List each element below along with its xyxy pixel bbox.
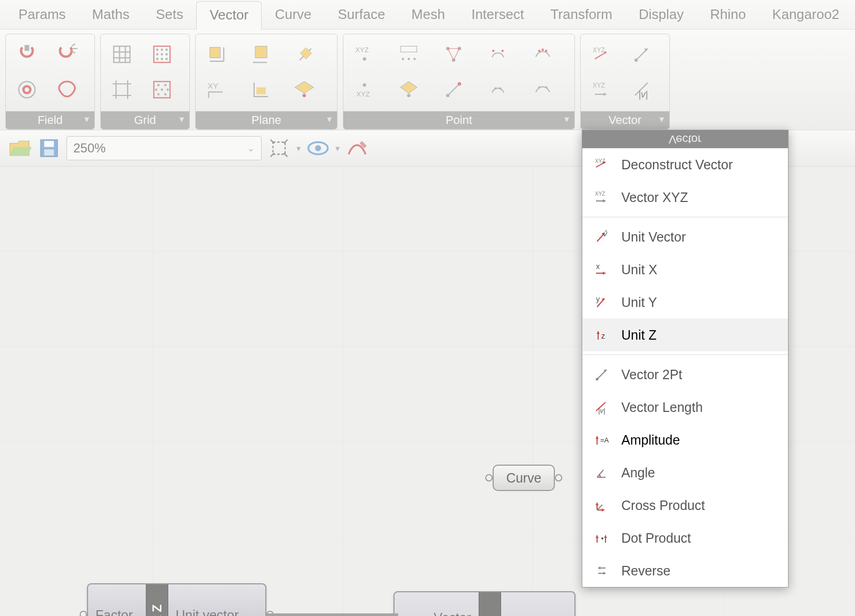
point-tool-7[interactable] bbox=[483, 40, 513, 69]
svg-point-16 bbox=[155, 89, 157, 91]
unitz-input-factor[interactable]: Factor bbox=[88, 584, 146, 616]
group-vector-label[interactable]: Vector bbox=[581, 111, 669, 129]
tab-sets[interactable]: Sets bbox=[142, 1, 196, 29]
tab-params[interactable]: Params bbox=[5, 1, 79, 29]
plane-tool-3[interactable] bbox=[246, 40, 276, 69]
save-file-icon[interactable] bbox=[37, 136, 61, 160]
dropdown-item-unit-z[interactable]: zUnit Z bbox=[582, 319, 788, 351]
svg-text:z: z bbox=[601, 332, 605, 340]
svg-rect-21 bbox=[210, 47, 220, 58]
dropdown-item-angle[interactable]: Angle bbox=[582, 456, 788, 489]
unitz-node[interactable]: Factor Unit Z Unit vector bbox=[87, 583, 266, 616]
dropdown-item-vector-2pt[interactable]: Vector 2Pt bbox=[582, 358, 788, 391]
field-tool-2[interactable] bbox=[12, 75, 42, 104]
dropdown-item-unit-x[interactable]: xUnit X bbox=[582, 253, 788, 286]
grid-tool-3[interactable] bbox=[147, 40, 177, 69]
svg-point-44 bbox=[538, 50, 540, 52]
point-tool-8[interactable] bbox=[483, 75, 513, 104]
node-grip[interactable] bbox=[80, 611, 87, 616]
tab-kangaroo2[interactable]: Kangaroo2 bbox=[759, 1, 852, 29]
vector-tool-3[interactable] bbox=[627, 40, 657, 69]
point-tool-1[interactable]: XYZ bbox=[350, 40, 379, 69]
group-plane-label[interactable]: Plane bbox=[196, 111, 337, 129]
dropdown-item-deconstruct-vector[interactable]: XYZDeconstruct Vector bbox=[582, 148, 788, 181]
preview-eye-icon[interactable] bbox=[306, 136, 330, 160]
point-tool-9[interactable] bbox=[528, 40, 558, 69]
node-grip[interactable] bbox=[555, 474, 562, 482]
svg-text:|v|: |v| bbox=[638, 89, 648, 100]
open-file-icon[interactable] bbox=[7, 136, 32, 160]
amplitude-output[interactable]: Vector bbox=[501, 592, 574, 616]
svg-text:XYZ: XYZ bbox=[357, 90, 370, 98]
point-tool-3[interactable] bbox=[394, 40, 424, 69]
group-field: Field bbox=[5, 34, 95, 130]
amplitude-node[interactable]: Vector Amplitude Amplitude Vector bbox=[393, 591, 575, 616]
field-tool-3[interactable] bbox=[52, 40, 82, 69]
svg-text:XYZ: XYZ bbox=[355, 46, 369, 54]
grid-tool-4[interactable] bbox=[147, 75, 177, 104]
dropdown-item-label: Unit Z bbox=[621, 328, 657, 343]
dropdown-item-unit-y[interactable]: yUnit Y bbox=[582, 286, 788, 319]
point-tool-5[interactable] bbox=[439, 40, 468, 69]
group-point-label[interactable]: Point bbox=[343, 111, 574, 129]
group-grid-label[interactable]: Grid bbox=[101, 111, 189, 129]
dropdown-item-dot-product[interactable]: Dot Product bbox=[582, 522, 788, 554]
grid-tool-2[interactable] bbox=[107, 75, 137, 104]
tab-maths[interactable]: Maths bbox=[79, 1, 143, 29]
tab-transform[interactable]: Transform bbox=[537, 1, 626, 29]
zoom-combo[interactable]: 250%⌄ bbox=[66, 136, 262, 160]
tab-rhino[interactable]: Rhino bbox=[697, 1, 759, 29]
tab-mesh[interactable]: Mesh bbox=[398, 1, 458, 29]
point-tool-10[interactable] bbox=[528, 75, 558, 104]
tab-display[interactable]: Display bbox=[626, 1, 697, 29]
unit-v-icon: v̂ bbox=[593, 228, 611, 246]
svg-point-42 bbox=[495, 88, 497, 90]
dropdown-item-amplitude[interactable]: =AAmplitude bbox=[582, 424, 788, 456]
point-tool-4[interactable] bbox=[394, 75, 424, 104]
angle-icon bbox=[593, 464, 611, 482]
curve-param-label: Curve bbox=[506, 470, 542, 486]
point-tool-6[interactable] bbox=[439, 75, 468, 104]
dropdown-item-label: Angle bbox=[621, 465, 655, 480]
svg-point-10 bbox=[156, 58, 158, 60]
tab-vector[interactable]: Vector bbox=[196, 1, 262, 30]
dropdown-item-reverse[interactable]: Reverse bbox=[582, 554, 788, 587]
field-tool-4[interactable] bbox=[52, 75, 82, 104]
svg-point-45 bbox=[541, 49, 543, 51]
veclen-icon: |v| bbox=[593, 398, 611, 416]
svg-text:XY: XY bbox=[207, 81, 218, 90]
field-tool-1[interactable] bbox=[12, 40, 42, 69]
grid-tool-1[interactable] bbox=[107, 40, 137, 69]
plane-tool-1[interactable] bbox=[202, 40, 232, 69]
curve-param-node[interactable]: Curve bbox=[493, 465, 555, 491]
plane-tool-5[interactable] bbox=[291, 40, 320, 69]
plane-tool-2[interactable]: XY bbox=[202, 75, 232, 104]
svg-point-7 bbox=[156, 53, 158, 55]
group-plane: XY Plane bbox=[195, 34, 338, 130]
svg-point-41 bbox=[502, 50, 504, 52]
tab-intersect[interactable]: Intersect bbox=[458, 1, 537, 29]
amplitude-input-vector[interactable]: Vector bbox=[395, 592, 478, 616]
zoom-extents-icon[interactable] bbox=[267, 136, 291, 160]
dropdown-item-vector-length[interactable]: |v|Vector Length bbox=[582, 391, 788, 424]
svg-text:=A: =A bbox=[600, 436, 609, 444]
dropdown-item-vector-xyz[interactable]: XYZVector XYZ bbox=[582, 181, 788, 214]
group-field-label[interactable]: Field bbox=[6, 111, 94, 129]
sketch-icon[interactable] bbox=[345, 136, 369, 160]
dropdown-item-unit-vector[interactable]: v̂Unit Vector bbox=[582, 220, 788, 253]
tab-surface[interactable]: Surface bbox=[325, 1, 399, 29]
group-vector: XYZ XYZ |v| Vector bbox=[580, 34, 670, 130]
vector-tool-1[interactable]: XYZ bbox=[587, 40, 617, 69]
vector-tool-4[interactable]: |v| bbox=[627, 75, 657, 104]
point-tool-2[interactable]: XYZ bbox=[350, 75, 379, 104]
unitz-output[interactable]: Unit vector bbox=[168, 584, 265, 616]
plane-tool-6[interactable] bbox=[291, 75, 320, 104]
svg-point-15 bbox=[164, 84, 166, 86]
node-grip[interactable] bbox=[485, 474, 493, 482]
plane-tool-4[interactable] bbox=[246, 75, 276, 104]
dropdown-item-cross-product[interactable]: Cross Product bbox=[582, 489, 788, 522]
dropdown-item-label: Unit X bbox=[621, 262, 657, 277]
tab-curve[interactable]: Curve bbox=[262, 1, 324, 29]
svg-point-14 bbox=[157, 84, 159, 86]
vector-tool-2[interactable]: XYZ bbox=[587, 75, 617, 104]
